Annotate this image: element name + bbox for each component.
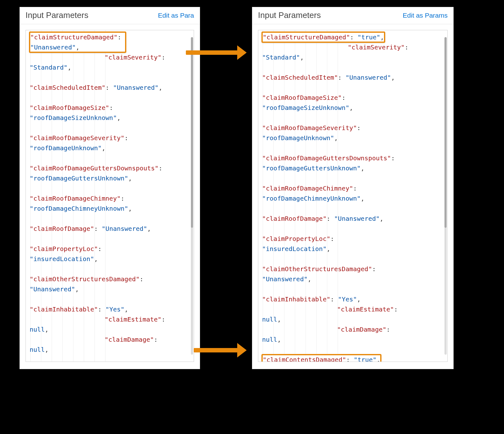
blank-line (27, 93, 192, 103)
code-area-wrap: "claimStructureDamaged": "Unanswered","c… (20, 24, 200, 368)
blank-line (27, 183, 192, 193)
edit-as-params-link[interactable]: Edit as Para (158, 12, 194, 19)
json-line: "claimSeverity": "Standard", (27, 52, 192, 72)
json-line: "claimRoofDamageSize": "roofDamageSizeUn… (27, 103, 192, 123)
blank-line (260, 254, 446, 264)
arrow-icon (194, 348, 238, 352)
json-line: "claimRoofDamageSeverity": "roofDamageUn… (260, 123, 446, 143)
json-editor[interactable]: "claimStructureDamaged": "true","claimSe… (258, 30, 448, 362)
blank-line (27, 355, 192, 362)
json-line: "claimRoofDamageSize": "roofDamageSizeUn… (260, 93, 446, 113)
json-line: "claimStructureDamaged": "Unanswered", (27, 32, 192, 52)
blank-line (260, 284, 446, 294)
json-line: "claimStructureDamaged": "true", (260, 32, 446, 42)
json-line: "claimRoofDamageGuttersDownspouts": "roo… (27, 163, 192, 183)
blank-line (27, 234, 192, 244)
json-line: "claimRoofDamage": "Unanswered", (260, 214, 446, 224)
json-line: "claimEstimate": null, (27, 314, 192, 334)
blank-line (260, 143, 446, 153)
blank-line (27, 72, 192, 83)
json-line: "claimContentsDamaged": "true", (260, 355, 446, 362)
scrollbar[interactable] (191, 37, 193, 355)
json-line: "claimRoofDamageChimney": "roofDamageChi… (260, 183, 446, 203)
json-line: "claimDamage": null, (27, 334, 192, 355)
json-line: "claimRoofDamageSeverity": "roofDamageUn… (27, 133, 192, 153)
panel-title: Input Parameters (26, 10, 88, 20)
arrow-icon (186, 50, 238, 55)
blank-line (27, 214, 192, 224)
json-line: "claimRoofDamageChimney": "roofDamageChi… (27, 193, 192, 214)
json-line: "claimOtherStructuresDamaged": "Unanswer… (260, 264, 446, 284)
json-line: "claimRoofDamage": "Unanswered", (27, 224, 192, 234)
panel-title: Input Parameters (258, 10, 321, 20)
json-line: "claimPropertyLoc": "insuredLocation", (27, 244, 192, 264)
blank-line (260, 345, 446, 355)
blank-line (27, 123, 192, 133)
json-editor[interactable]: "claimStructureDamaged": "Unanswered","c… (26, 30, 194, 362)
blank-line (260, 113, 446, 123)
panel-header: Input Parameters Edit as Params (252, 7, 453, 24)
blank-line (260, 224, 446, 234)
blank-line (260, 173, 446, 183)
edit-as-params-link[interactable]: Edit as Params (403, 12, 448, 19)
json-line: "claimEstimate": null, (260, 304, 446, 324)
blank-line (27, 153, 192, 163)
scrollbar[interactable] (444, 37, 447, 355)
json-line: "claimSeverity": "Standard", (260, 42, 446, 62)
json-line: "claimOtherStructuresDamaged": "Unanswer… (27, 274, 192, 294)
blank-line (27, 294, 192, 304)
blank-line (260, 203, 446, 214)
blank-line (260, 83, 446, 93)
json-line: "claimScheduledItem": "Unanswered", (260, 72, 446, 83)
json-line: "claimScheduledItem": "Unanswered", (27, 83, 192, 93)
json-line: "claimPropertyLoc": "insuredLocation", (260, 234, 446, 254)
blank-line (260, 62, 446, 72)
input-parameters-panel-before: Input Parameters Edit as Para "claimStru… (20, 7, 200, 369)
json-line: "claimInhabitable": "Yes", (27, 304, 192, 314)
json-line: "claimRoofDamageGuttersDownspouts": "roo… (260, 153, 446, 173)
json-line: "claimInhabitable": "Yes", (260, 294, 446, 304)
json-line: "claimDamage": null, (260, 324, 446, 345)
input-parameters-panel-after: Input Parameters Edit as Params "claimSt… (252, 7, 454, 369)
blank-line (27, 264, 192, 274)
code-area-wrap: "claimStructureDamaged": "true","claimSe… (252, 24, 453, 368)
panel-header: Input Parameters Edit as Para (20, 7, 200, 24)
